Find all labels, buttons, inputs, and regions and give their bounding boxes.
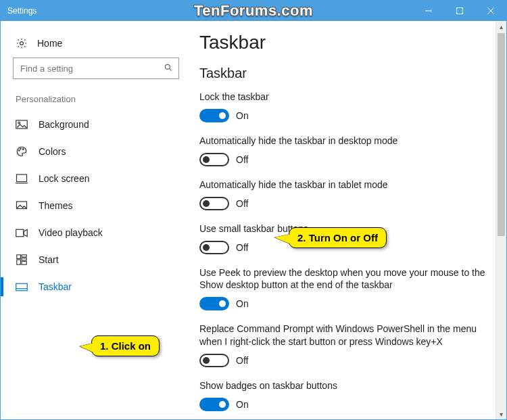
setting-row: Use Peek to preview the desktop when you…: [199, 266, 490, 311]
svg-point-11: [23, 149, 24, 150]
sidebar-item-label: Video playback: [39, 227, 103, 238]
toggle-switch[interactable]: [199, 354, 229, 367]
svg-rect-19: [17, 260, 21, 264]
page-title: Taskbar: [199, 32, 490, 53]
toggle-switch[interactable]: [199, 241, 229, 254]
sidebar-item-label: Background: [39, 119, 89, 130]
setting-label: Automatically hide the taskbar in tablet…: [199, 179, 490, 191]
toggle-state-label: Off: [236, 154, 248, 165]
picture-icon: [16, 120, 28, 129]
lock-screen-icon: [16, 173, 28, 184]
minimize-button[interactable]: [413, 1, 444, 21]
sidebar-item-start[interactable]: Start: [13, 246, 190, 273]
setting-row: Replace Command Prompt with Windows Powe…: [199, 323, 490, 367]
setting-label: Replace Command Prompt with Windows Powe…: [199, 323, 490, 348]
toggle-state-label: On: [236, 298, 249, 309]
setting-label: Automatically hide the taskbar in deskto…: [199, 135, 490, 147]
callout-turn-on-off: 2. Turn On or Off: [289, 227, 387, 248]
sidebar-item-label: Taskbar: [39, 281, 72, 292]
window-controls: [413, 1, 506, 21]
window-title: Settings: [7, 6, 37, 16]
svg-point-9: [19, 150, 20, 151]
home-button[interactable]: Home: [13, 33, 190, 57]
toggle-state-label: On: [236, 399, 249, 410]
sidebar-item-label: Colors: [39, 146, 66, 157]
start-icon: [16, 254, 28, 265]
svg-point-5: [165, 64, 170, 69]
callout-text: 1. Click on: [100, 340, 151, 352]
titlebar: Settings: [1, 1, 506, 21]
sidebar-item-label: Start: [39, 254, 59, 265]
content-area: Taskbar Taskbar Lock the taskbarOnAutoma…: [197, 21, 506, 419]
setting-label: Show badges on taskbar buttons: [199, 379, 490, 392]
sidebar-item-themes[interactable]: Themes: [13, 192, 190, 219]
scrollbar[interactable]: ▴ ▾: [496, 21, 506, 419]
video-icon: [16, 229, 28, 237]
svg-rect-15: [16, 229, 24, 237]
setting-label: Lock the taskbar: [199, 91, 490, 103]
sidebar-item-label: Lock screen: [39, 173, 89, 184]
scroll-up-icon[interactable]: ▴: [496, 21, 506, 32]
sidebar-item-label: Themes: [39, 200, 73, 211]
svg-point-4: [20, 42, 24, 45]
gear-icon: [16, 37, 28, 49]
svg-rect-17: [22, 255, 26, 257]
search-icon: [164, 63, 173, 74]
svg-point-8: [18, 122, 20, 124]
toggle-switch[interactable]: [199, 109, 229, 122]
setting-label: Use Peek to preview the desktop when you…: [199, 266, 490, 292]
search-input[interactable]: [13, 57, 179, 79]
scroll-down-icon[interactable]: ▾: [496, 409, 506, 419]
toggle-switch[interactable]: [199, 153, 229, 166]
close-button[interactable]: [475, 1, 506, 21]
svg-rect-1: [457, 8, 463, 14]
toggle-switch[interactable]: [199, 297, 229, 310]
svg-rect-20: [22, 261, 26, 264]
scroll-thumb[interactable]: [498, 33, 505, 236]
setting-row: Automatically hide the taskbar in deskto…: [199, 135, 490, 166]
home-label: Home: [37, 38, 62, 49]
svg-rect-18: [22, 258, 26, 260]
svg-rect-12: [17, 174, 27, 182]
setting-row: Show badges on taskbar buttonsOn: [199, 379, 490, 411]
category-label: Personalization: [13, 94, 190, 104]
toggle-state-label: Off: [236, 198, 248, 209]
taskbar-icon: [16, 283, 28, 291]
palette-icon: [16, 145, 28, 158]
setting-row: Lock the taskbarOn: [199, 91, 490, 122]
sidebar-item-taskbar[interactable]: Taskbar: [13, 273, 190, 300]
toggle-state-label: On: [236, 110, 249, 121]
toggle-state-label: Off: [236, 355, 248, 366]
callout-text: 2. Turn On or Off: [297, 232, 378, 243]
callout-click-on: 1. Click on: [91, 335, 160, 356]
svg-rect-16: [17, 255, 21, 259]
search-field[interactable]: [19, 63, 164, 74]
sidebar-item-colors[interactable]: Colors: [13, 138, 190, 165]
sidebar-item-lock-screen[interactable]: Lock screen: [13, 165, 190, 192]
toggle-switch[interactable]: [199, 197, 229, 210]
setting-row: Automatically hide the taskbar in tablet…: [199, 179, 490, 210]
section-title: Taskbar: [199, 66, 490, 81]
svg-point-10: [20, 148, 22, 149]
svg-rect-21: [16, 283, 28, 291]
toggle-switch[interactable]: [199, 398, 229, 411]
maximize-button[interactable]: [444, 1, 475, 21]
themes-icon: [16, 200, 28, 211]
sidebar-item-video-playback[interactable]: Video playback: [13, 219, 190, 246]
svg-line-6: [169, 68, 171, 70]
toggle-state-label: Off: [236, 242, 248, 253]
sidebar: Home Personalization Background Colors: [1, 21, 197, 419]
sidebar-item-background[interactable]: Background: [13, 111, 190, 138]
